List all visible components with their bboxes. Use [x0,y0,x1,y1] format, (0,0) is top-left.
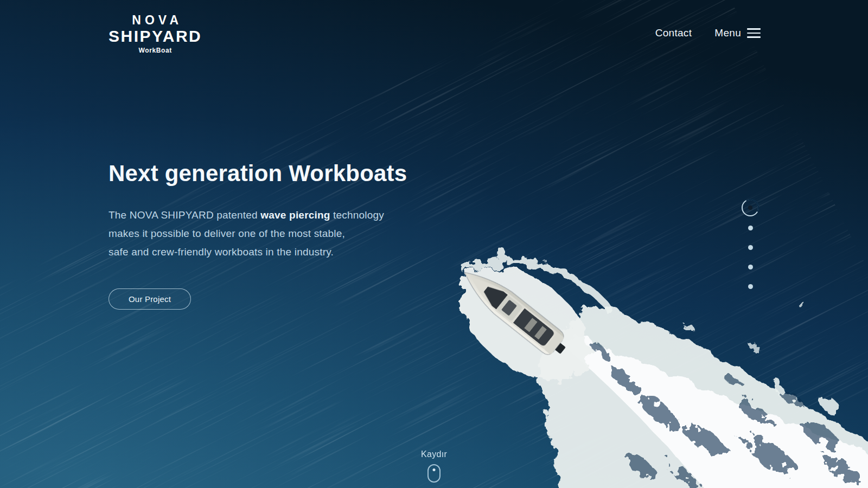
description-text-3: makes it possible to deliver one of the … [108,228,345,239]
scroll-label: Kaydır [421,450,447,459]
hero-title: Next generation Workboats [108,160,407,187]
pagination-dot-5[interactable] [748,284,753,289]
brand-logo[interactable]: NOVA SHIPYARD WorkBoat [108,14,202,54]
hero-content: Next generation Workboats The NOVA SHIPY… [108,160,407,310]
pagination-dot-3[interactable] [748,245,753,250]
main-nav: Contact Menu [655,27,761,39]
brand-name-line1: NOVA [108,14,202,27]
brand-tagline: WorkBoat [108,47,202,54]
description-text-2: technology [330,209,384,221]
mouse-scroll-icon [427,464,441,483]
hero-section: NOVA SHIPYARD WorkBoat Contact Menu Next… [0,0,868,488]
slide-pagination [741,198,760,289]
hamburger-icon [747,28,761,38]
site-header: NOVA SHIPYARD WorkBoat Contact Menu [0,0,868,54]
description-highlight: wave piercing [260,209,330,221]
scroll-indicator[interactable]: Kaydır [0,450,868,483]
menu-label: Menu [714,27,741,39]
pagination-dot-2[interactable] [748,226,753,230]
pagination-dot-active[interactable] [741,198,760,217]
contact-link[interactable]: Contact [655,27,692,39]
brand-name-line2: SHIPYARD [108,28,202,44]
progress-ring-icon [741,198,760,217]
hero-description: The NOVA SHIPYARD patented wave piercing… [108,206,407,261]
menu-button[interactable]: Menu [714,27,761,39]
pagination-dot-4[interactable] [748,265,753,269]
description-text-1: The NOVA SHIPYARD patented [108,209,260,221]
description-text-4: safe and crew-friendly workboats in the … [108,246,334,258]
our-project-button[interactable]: Our Project [108,288,191,310]
